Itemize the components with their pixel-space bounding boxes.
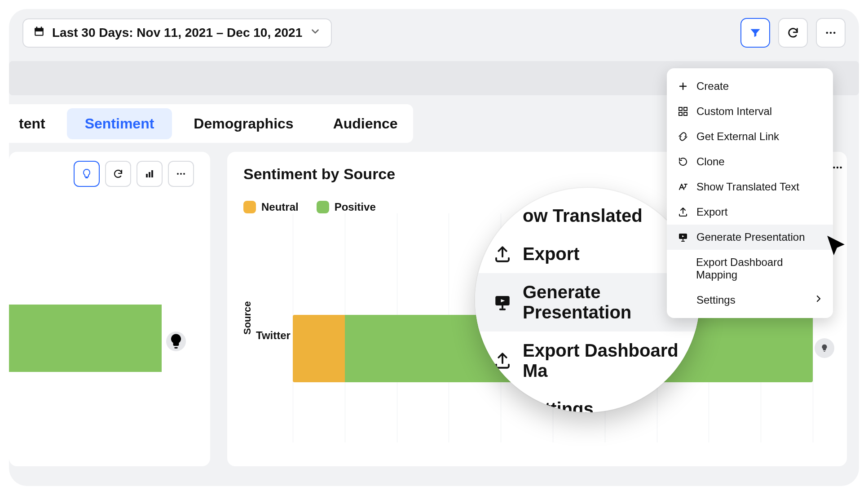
svg-rect-21	[679, 112, 682, 115]
menu-item-export-mapping[interactable]: Export Dashboard Mapping	[667, 250, 833, 287]
svg-point-17	[840, 167, 842, 168]
menu-label: Export	[696, 206, 727, 218]
insight-pin[interactable]	[166, 331, 186, 351]
tabs-bar: tent Sentiment Demographics Audience	[9, 104, 413, 143]
legend-neutral[interactable]: Neutral	[243, 201, 299, 213]
tab-demographics[interactable]: Demographics	[176, 108, 311, 139]
legend-neutral-label: Neutral	[261, 201, 299, 213]
menu-label: Clone	[696, 155, 725, 168]
svg-point-13	[183, 173, 185, 175]
more-menu: Create Custom Interval Get External Link…	[667, 68, 833, 318]
app-window: Last 30 Days: Nov 11, 2021 – Dec 10, 202…	[9, 9, 859, 486]
filter-button[interactable]	[740, 18, 770, 48]
menu-label: Get External Link	[696, 130, 779, 143]
menu-item-settings[interactable]: Settings	[667, 287, 833, 313]
menu-item-clone[interactable]: Clone	[667, 149, 833, 174]
swatch-positive	[317, 201, 329, 213]
svg-rect-3	[41, 27, 42, 29]
y-axis-label: Source	[242, 301, 253, 335]
mag-label: ow Translated	[523, 206, 643, 226]
svg-point-16	[837, 167, 838, 168]
calendar-icon	[33, 26, 45, 40]
chart-type-button[interactable]	[137, 161, 163, 187]
mag-label: Generate Presentation	[523, 282, 682, 323]
svg-point-5	[826, 32, 828, 34]
swatch-neutral	[243, 201, 256, 213]
menu-item-create[interactable]: Create	[667, 74, 833, 99]
top-toolbar: Last 30 Days: Nov 11, 2021 – Dec 10, 202…	[9, 9, 859, 57]
refresh-card-button[interactable]	[105, 161, 131, 187]
menu-item-custom-interval[interactable]: Custom Interval	[667, 99, 833, 124]
svg-rect-2	[36, 27, 38, 29]
svg-rect-10	[151, 170, 153, 177]
cursor-icon	[824, 234, 850, 261]
menu-label: Show Translated Text	[696, 181, 799, 193]
svg-point-7	[833, 32, 836, 34]
svg-rect-18	[824, 351, 825, 351]
svg-rect-20	[684, 107, 687, 110]
chevron-down-icon	[309, 26, 321, 40]
svg-point-15	[833, 167, 835, 168]
svg-rect-1	[35, 28, 44, 30]
svg-rect-4	[35, 31, 42, 35]
card-left	[9, 152, 210, 466]
menu-label: Export Dashboard Mapping	[696, 256, 822, 281]
menu-label: Settings	[696, 294, 736, 306]
menu-item-export[interactable]: Export	[667, 199, 833, 225]
magnifier-overlay: ow Translated Export Generate Presentati…	[475, 188, 700, 412]
mag-item-generate-presentation: Generate Presentation	[475, 273, 700, 331]
mag-label: Export Dashboard Ma	[523, 340, 682, 381]
category-label-twitter: Twitter	[256, 329, 291, 342]
chevron-right-icon	[813, 293, 824, 307]
card-left-toolbar	[25, 161, 194, 187]
left-bar-positive	[9, 305, 162, 372]
refresh-button[interactable]	[778, 18, 808, 48]
more-button[interactable]	[816, 18, 846, 48]
legend-positive-label: Positive	[335, 201, 376, 213]
tab-audience[interactable]: Audience	[315, 108, 416, 139]
svg-rect-22	[684, 112, 687, 115]
menu-item-generate-presentation[interactable]: Generate Presentation	[667, 225, 833, 250]
svg-point-6	[830, 32, 832, 34]
svg-rect-14	[174, 347, 177, 349]
legend-positive[interactable]: Positive	[317, 201, 376, 213]
menu-item-get-link[interactable]: Get External Link	[667, 124, 833, 149]
menu-item-show-translated[interactable]: Show Translated Text	[667, 174, 833, 199]
card-more-button[interactable]	[168, 161, 194, 187]
card-right-more[interactable]	[832, 162, 843, 175]
insights-button[interactable]	[74, 161, 100, 187]
insight-pin[interactable]	[815, 338, 834, 358]
mag-label: Export	[523, 244, 580, 264]
menu-label: Generate Presentation	[696, 231, 805, 243]
bar-segment-neutral[interactable]	[293, 315, 345, 382]
svg-rect-8	[146, 174, 148, 177]
date-range-picker[interactable]: Last 30 Days: Nov 11, 2021 – Dec 10, 202…	[22, 18, 332, 48]
tab-sentiment[interactable]: Sentiment	[67, 108, 172, 139]
svg-rect-19	[679, 107, 682, 110]
menu-label: Create	[696, 80, 729, 93]
tab-content-partial[interactable]: tent	[14, 108, 63, 139]
svg-point-12	[180, 173, 182, 175]
date-range-label: Last 30 Days: Nov 11, 2021 – Dec 10, 202…	[52, 26, 302, 40]
svg-rect-9	[149, 172, 150, 177]
menu-label: Custom Interval	[696, 105, 772, 118]
mag-item-export: Export	[475, 235, 700, 273]
svg-point-11	[177, 173, 179, 175]
